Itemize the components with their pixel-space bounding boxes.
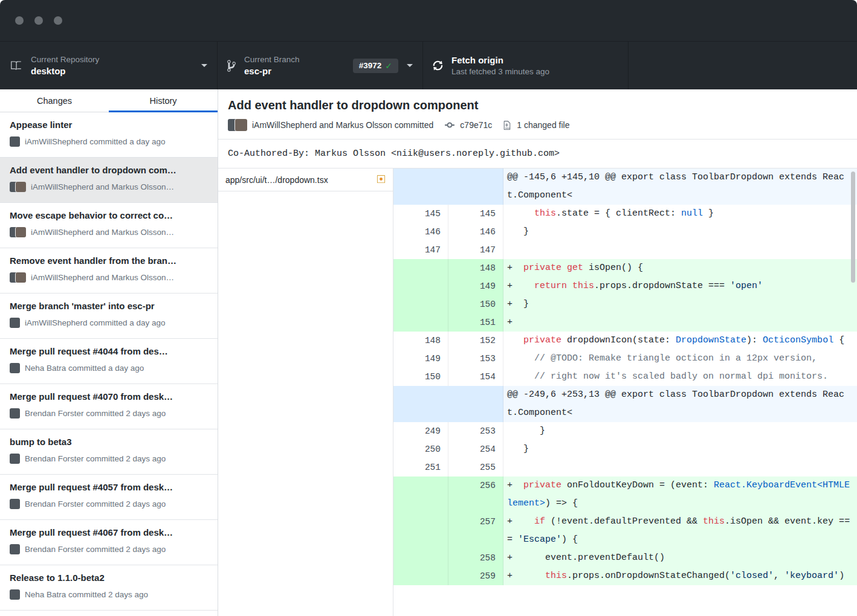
- avatar: [10, 363, 20, 373]
- commit-list: Appease linteriAmWillShepherd committed …: [0, 112, 218, 616]
- commit-meta: iAmWillShepherd and Markus Olsson…: [10, 182, 208, 192]
- commit-meta: Neha Batra committed a day ago: [10, 363, 208, 373]
- avatar: [10, 136, 20, 147]
- diff-code: + private onFoldoutKeyDown = (event: Rea…: [503, 476, 857, 513]
- diff-code: + if (!event.defaultPrevented && this.is…: [503, 513, 857, 549]
- commit-list-item[interactable]: Merge pull request #4044 from des…Neha B…: [0, 339, 218, 384]
- diff-new-line-number: 146: [448, 223, 503, 241]
- repository-name: desktop: [31, 66, 99, 76]
- diff-line-row: 258+ event.preventDefault(): [393, 549, 857, 567]
- author-avatars: [10, 408, 20, 419]
- commit-meta: iAmWillShepherd and Markus Olsson…: [10, 227, 208, 237]
- diff-new-line-number: 150: [448, 295, 503, 313]
- tab-changes[interactable]: Changes: [0, 89, 109, 112]
- commit-meta-text: Brendan Forster committed 2 days ago: [25, 409, 166, 418]
- commit-list-item[interactable]: Merge branch 'master' into esc-priAmWill…: [0, 294, 218, 339]
- diff-code: [503, 241, 857, 259]
- diff-code: // right now it's scaled badly on normal…: [503, 368, 857, 386]
- commit-list-item[interactable]: Merge pull request #4067 from desk…Brend…: [0, 520, 218, 565]
- commit-title: Add event handler to dropdown com…: [10, 163, 208, 176]
- commit-list-item[interactable]: Remove event handler from the bran…iAmWi…: [0, 248, 218, 294]
- commit-meta: Brendan Forster committed 2 days ago: [10, 408, 208, 419]
- commit-list-item[interactable]: Appease linteriAmWillShepherd committed …: [0, 112, 218, 158]
- tab-history[interactable]: History: [109, 89, 218, 112]
- commit-title: Merge pull request #4070 from desk…: [10, 390, 208, 402]
- diff-line-row: 148+ private get isOpen() {: [393, 259, 857, 277]
- commit-list-item[interactable]: Release to 1.1.0-beta2Neha Batra committ…: [0, 565, 218, 611]
- chevron-down-icon: [201, 64, 207, 67]
- author-avatars: [10, 227, 26, 237]
- commit-list-item[interactable]: Merge pull request #4070 from desk…Brend…: [0, 384, 218, 429]
- author-avatars: [10, 544, 20, 554]
- commit-meta-text: Brendan Forster committed 2 days ago: [25, 545, 166, 554]
- diff-new-line-number: 256: [448, 476, 503, 513]
- diff-section: app/src/ui/t…/dropdown.tsx @@ -145,6 +14…: [218, 168, 857, 616]
- diff-scrollbar[interactable]: [851, 172, 855, 283]
- commit-list-item[interactable]: Merge pull request #4059 from desk…: [0, 611, 218, 616]
- diff-old-line-number: [393, 513, 448, 549]
- app-window: Current Repository desktop Current Branc…: [0, 0, 857, 616]
- diff-gutter: [393, 168, 503, 205]
- current-repository-button[interactable]: Current Repository desktop: [0, 42, 218, 89]
- diff-new-line-number: 259: [448, 567, 503, 585]
- close-window-button[interactable]: [15, 16, 24, 25]
- diff-new-line-number: 145: [448, 205, 503, 223]
- commit-list-item[interactable]: bump to beta3Brendan Forster committed 2…: [0, 429, 218, 475]
- pr-status-badge: #3972 ✓: [353, 59, 398, 73]
- titlebar: [0, 0, 857, 41]
- current-branch-button[interactable]: Current Branch esc-pr #3972 ✓: [218, 42, 423, 89]
- diff-line-row: 249253 }: [393, 422, 857, 440]
- commit-meta-text: Neha Batra committed a day ago: [25, 364, 144, 373]
- diff-line-row: 150154 // right now it's scaled badly on…: [393, 368, 857, 386]
- diff-old-line-number: [393, 567, 448, 585]
- diff-code: +: [503, 313, 857, 332]
- author-avatars: [10, 363, 20, 373]
- commit-list-item[interactable]: Add event handler to dropdown com…iAmWil…: [0, 158, 218, 203]
- changed-files-count: 1 changed file: [517, 120, 569, 130]
- diff-line-row: 148152 private dropdownIcon(state: Dropd…: [393, 332, 857, 350]
- commit-list-item[interactable]: Move escape behavior to correct co…iAmWi…: [0, 203, 218, 248]
- commit-authors: iAmWillShepherd and Markus Olsson commit…: [252, 120, 433, 130]
- commit-meta-text: Brendan Forster committed 2 days ago: [25, 499, 166, 509]
- commit-header: Add event handler to dropdown component …: [218, 89, 857, 140]
- minimize-window-button[interactable]: [34, 16, 43, 25]
- sync-icon: [433, 59, 443, 72]
- chevron-down-icon: [407, 64, 413, 67]
- avatar: [235, 119, 247, 131]
- diff-new-line-number: 149: [448, 277, 503, 295]
- toolbar: Current Repository desktop Current Branc…: [0, 41, 857, 89]
- diff-new-line-number: 152: [448, 332, 503, 350]
- diff-old-line-number: 148: [393, 332, 448, 350]
- diff-line-row: 149153 // @TODO: Remake triangle octicon…: [393, 350, 857, 368]
- diff-line-row: 251255: [393, 458, 857, 476]
- diff-line-row: 147147: [393, 241, 857, 259]
- avatar: [10, 544, 20, 554]
- diff-line-row: 145145 this.state = { clientRect: null }: [393, 205, 857, 223]
- commit-meta-text: iAmWillShepherd and Markus Olsson…: [31, 182, 174, 191]
- author-avatars: [10, 454, 20, 464]
- fetch-origin-button[interactable]: Fetch origin Last fetched 3 minutes ago: [423, 42, 629, 89]
- avatar: [10, 408, 20, 419]
- maximize-window-button[interactable]: [54, 16, 62, 25]
- diff-old-line-number: 249: [393, 422, 448, 440]
- commit-meta: iAmWillShepherd committed a day ago: [10, 318, 208, 328]
- avatar: [16, 182, 26, 192]
- diff-line-row: 149+ return this.props.dropdownState ===…: [393, 277, 857, 295]
- file-list-item[interactable]: app/src/ui/t…/dropdown.tsx: [218, 168, 393, 191]
- fetch-subtitle: Last fetched 3 minutes ago: [451, 67, 549, 76]
- commit-title: Merge pull request #4057 from desk…: [10, 480, 208, 493]
- repo-book-icon: [10, 60, 22, 71]
- diff-code: @@ -145,6 +145,10 @@ export class Toolba…: [503, 168, 857, 205]
- commit-sha[interactable]: c79e71c: [460, 120, 492, 130]
- diff-code: // @TODO: Remake triangle octicon in a 1…: [503, 350, 857, 368]
- commit-list-item[interactable]: Merge pull request #4057 from desk…Brend…: [0, 475, 218, 520]
- diff-old-line-number: [393, 259, 448, 277]
- commit-meta-text: iAmWillShepherd committed a day ago: [25, 318, 166, 327]
- repository-label: Current Repository: [31, 55, 99, 64]
- diff-old-line-number: 251: [393, 458, 448, 476]
- diff-line-row: 146146 }: [393, 223, 857, 241]
- commit-summary-title: Add event handler to dropdown component: [228, 98, 847, 112]
- diff-code: + return this.props.dropdownState === 'o…: [503, 277, 857, 295]
- diff-line-row: 150+ }: [393, 295, 857, 313]
- sidebar-tabs: Changes History: [0, 89, 218, 112]
